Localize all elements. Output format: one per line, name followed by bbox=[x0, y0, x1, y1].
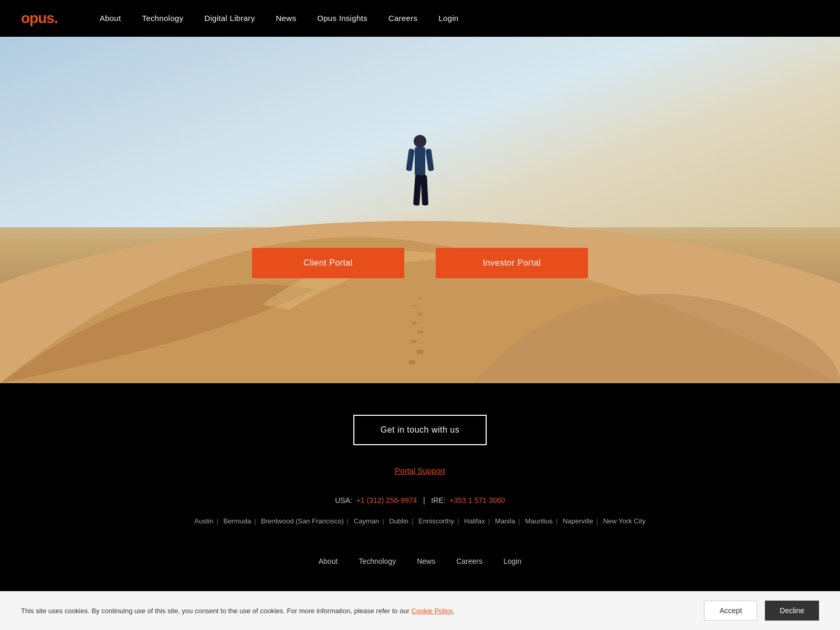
footer-nav-careers[interactable]: Careers bbox=[456, 557, 482, 565]
footer-nav: About Technology News Careers Login bbox=[10, 543, 830, 580]
cookie-text: This site uses cookies. By continuing us… bbox=[21, 607, 683, 612]
office-manila: Manila bbox=[495, 517, 515, 525]
office-cayman: Cayman bbox=[354, 517, 379, 525]
usa-label: USA: bbox=[335, 496, 352, 505]
footer-nav-login[interactable]: Login bbox=[503, 557, 521, 565]
footer-nav-technology[interactable]: Technology bbox=[359, 557, 396, 565]
svg-point-1 bbox=[408, 360, 416, 364]
usa-phone[interactable]: +1 (312) 256-9974 bbox=[356, 496, 417, 505]
svg-point-5 bbox=[412, 321, 417, 324]
investor-portal-button[interactable]: Investor Portal bbox=[436, 248, 588, 278]
ire-label: IRE: bbox=[431, 496, 445, 505]
cookie-policy-link[interactable]: Cookie Policy. bbox=[412, 607, 454, 612]
ire-phone[interactable]: +353 1 571 3060 bbox=[449, 496, 505, 505]
office-enniscorthy: Enniscorthy bbox=[418, 517, 454, 525]
svg-point-7 bbox=[413, 304, 417, 307]
office-austin: Austin bbox=[194, 517, 213, 525]
office-mauritius: Mauritius bbox=[525, 517, 553, 525]
svg-point-2 bbox=[416, 350, 424, 354]
cookie-message: This site uses cookies. By continuing us… bbox=[21, 607, 410, 612]
office-halifax: Halifax bbox=[464, 517, 485, 525]
cookie-banner: This site uses cookies. By continuing us… bbox=[0, 591, 840, 611]
nav-careers[interactable]: Careers bbox=[388, 14, 417, 23]
get-in-touch-button[interactable]: Get in touch with us bbox=[353, 415, 487, 445]
svg-point-4 bbox=[417, 330, 424, 333]
contact-numbers: USA: +1 (312) 256-9974 | IRE: +353 1 571… bbox=[10, 496, 830, 505]
cookie-buttons: Accept Decline bbox=[704, 601, 819, 611]
hero-section: Client Portal Investor Portal bbox=[0, 37, 840, 383]
office-bermuda: Bermuda bbox=[224, 517, 251, 525]
hero-figure bbox=[402, 134, 438, 228]
nav-about[interactable]: About bbox=[100, 14, 121, 23]
cookie-accept-button[interactable]: Accept bbox=[704, 601, 757, 611]
office-brentwood: Brentwood (San Francisco) bbox=[261, 517, 344, 525]
nav-links: About Technology Digital Library News Op… bbox=[100, 14, 459, 23]
client-portal-button[interactable]: Client Portal bbox=[252, 248, 404, 278]
svg-rect-12 bbox=[425, 149, 434, 171]
office-new-york: New York City bbox=[603, 517, 646, 525]
svg-point-6 bbox=[417, 312, 423, 316]
cookie-decline-button[interactable]: Decline bbox=[765, 601, 819, 611]
footer: Get in touch with us Portal Support USA:… bbox=[0, 383, 840, 611]
svg-rect-13 bbox=[413, 175, 422, 206]
nav-digital-library[interactable]: Digital Library bbox=[204, 14, 255, 23]
portal-buttons: Client Portal Investor Portal bbox=[210, 248, 630, 278]
svg-rect-10 bbox=[415, 147, 425, 176]
portal-support-link[interactable]: Portal Support bbox=[10, 466, 830, 475]
nav-technology[interactable]: Technology bbox=[142, 14, 183, 23]
svg-rect-11 bbox=[406, 149, 415, 171]
navbar: opus. About Technology Digital Library N… bbox=[0, 0, 840, 37]
nav-login[interactable]: Login bbox=[438, 14, 458, 23]
svg-rect-14 bbox=[421, 175, 428, 206]
office-naperville: Naperville bbox=[563, 517, 593, 525]
site-logo[interactable]: opus. bbox=[21, 10, 58, 27]
office-dublin: Dublin bbox=[389, 517, 408, 525]
nav-opus-insights[interactable]: Opus Insights bbox=[317, 14, 368, 23]
footer-nav-about[interactable]: About bbox=[319, 557, 338, 565]
offices-list: Austin| Bermuda| Brentwood (San Francisc… bbox=[10, 515, 830, 527]
svg-point-8 bbox=[418, 297, 422, 299]
nav-news[interactable]: News bbox=[276, 14, 296, 23]
svg-point-3 bbox=[411, 340, 417, 343]
svg-point-9 bbox=[414, 135, 426, 148]
footer-nav-news[interactable]: News bbox=[417, 557, 435, 565]
